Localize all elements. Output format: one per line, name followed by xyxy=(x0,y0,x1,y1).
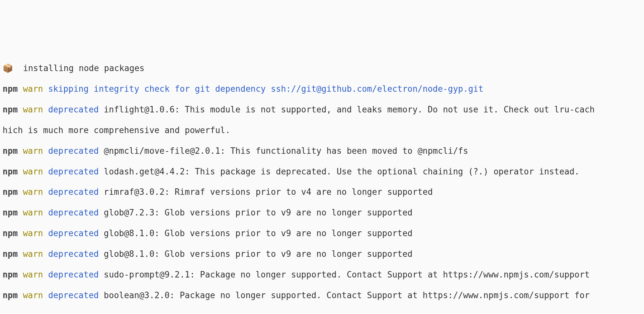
npm-label: npm xyxy=(3,187,18,197)
warn-label: warn xyxy=(23,249,43,259)
warn-msg: @npmcli/move-file@2.0.1: This functional… xyxy=(99,146,468,156)
warn-msg: sudo-prompt@9.2.1: Package no longer sup… xyxy=(99,270,595,279)
warn-label: warn xyxy=(23,187,43,197)
npm-label: npm xyxy=(3,105,18,114)
npm-warn-line: npm warn deprecated sudo-prompt@9.2.1: P… xyxy=(3,270,641,280)
warn-label: warn xyxy=(23,228,43,238)
header-text: installing node packages xyxy=(13,63,145,73)
warn-kind: deprecated xyxy=(48,146,99,156)
npm-warn-cont: hich is much more comprehensive and powe… xyxy=(3,125,641,136)
warn-kind: deprecated xyxy=(48,249,99,259)
npm-label: npm xyxy=(3,290,18,300)
package-icon: 📦 xyxy=(3,63,13,73)
npm-label: npm xyxy=(3,228,18,238)
header-line: 📦 installing node packages xyxy=(3,63,641,74)
npm-label: npm xyxy=(3,84,18,94)
npm-warn-line: npm warn deprecated glob@8.1.0: Glob ver… xyxy=(3,228,641,239)
warn-label: warn xyxy=(23,270,43,279)
npm-warn-line: npm warn deprecated rimraf@3.0.2: Rimraf… xyxy=(3,187,641,197)
warn-msg: boolean@3.2.0: Package no longer support… xyxy=(99,290,595,300)
npm-label: npm xyxy=(3,270,18,279)
npm-label: npm xyxy=(3,249,18,259)
npm-label: npm xyxy=(3,167,18,176)
warn-kind: deprecated xyxy=(48,208,99,217)
npm-warn-line: npm warn deprecated glob@7.2.3: Glob ver… xyxy=(3,208,641,218)
terminal-output[interactable]: 📦 installing node packages npm warn skip… xyxy=(0,52,644,314)
warn-label: warn xyxy=(23,290,43,300)
warn-msg: inflight@1.0.6: This module is not suppo… xyxy=(99,105,595,114)
npm-warn-line: npm warn skipping integrity check for gi… xyxy=(3,84,641,94)
npm-label: npm xyxy=(3,146,18,156)
warn-kind: deprecated xyxy=(48,105,99,114)
warn-label: warn xyxy=(23,208,43,217)
warn-kind: deprecated xyxy=(48,187,99,197)
warn-label: warn xyxy=(23,146,43,156)
warn-msg: glob@7.2.3: Glob versions prior to v9 ar… xyxy=(99,208,413,217)
npm-warn-line: npm warn deprecated inflight@1.0.6: This… xyxy=(3,105,641,115)
warn-label: warn xyxy=(23,105,43,114)
warn-kind: skipping integrity check for git depende… xyxy=(48,84,483,94)
blank-line xyxy=(3,311,641,314)
warn-msg: glob@8.1.0: Glob versions prior to v9 ar… xyxy=(99,249,413,259)
warn-kind: deprecated xyxy=(48,290,99,300)
warn-cont: hich is much more comprehensive and powe… xyxy=(3,125,230,135)
warn-label: warn xyxy=(23,167,43,176)
warn-label: warn xyxy=(23,84,43,94)
npm-label: npm xyxy=(3,208,18,217)
npm-warn-line: npm warn deprecated @npmcli/move-file@2.… xyxy=(3,146,641,156)
npm-warn-line: npm warn deprecated glob@8.1.0: Glob ver… xyxy=(3,249,641,259)
warn-msg: lodash.get@4.4.2: This package is deprec… xyxy=(99,167,579,176)
warn-msg: rimraf@3.0.2: Rimraf versions prior to v… xyxy=(99,187,433,197)
warn-kind: deprecated xyxy=(48,270,99,279)
npm-warn-line: npm warn deprecated boolean@3.2.0: Packa… xyxy=(3,290,641,301)
warn-kind: deprecated xyxy=(48,228,99,238)
warn-kind: deprecated xyxy=(48,167,99,176)
npm-warn-line: npm warn deprecated lodash.get@4.4.2: Th… xyxy=(3,167,641,177)
warn-msg: glob@8.1.0: Glob versions prior to v9 ar… xyxy=(99,228,413,238)
